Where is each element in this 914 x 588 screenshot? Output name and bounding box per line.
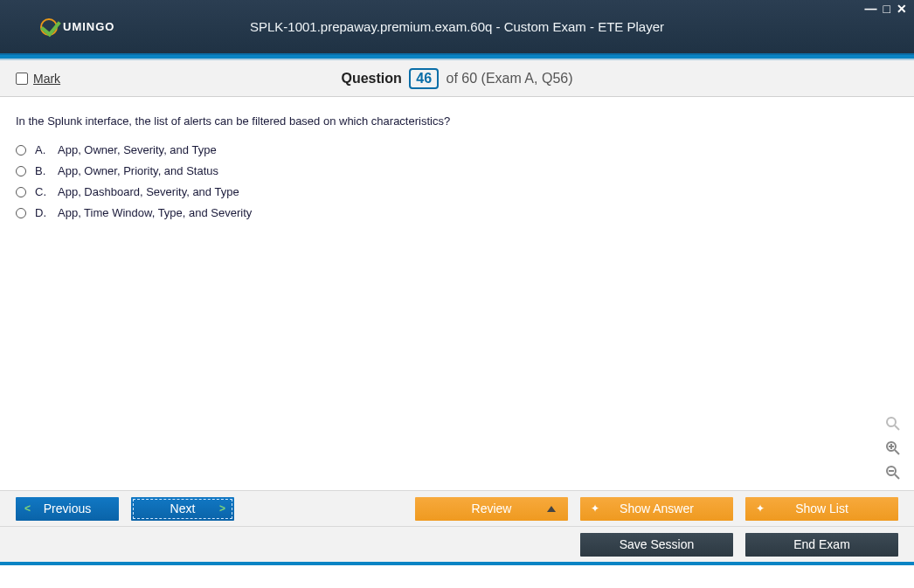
answer-letter: A.: [35, 143, 49, 156]
svg-line-3: [895, 450, 899, 454]
triangle-up-icon: [547, 506, 556, 512]
answer-letter: D.: [35, 206, 49, 219]
question-counter: Question 46 of 60 (Exam A, Q56): [0, 68, 914, 89]
answer-option[interactable]: C. App, Dashboard, Severity, and Type: [16, 185, 898, 198]
question-total: of 60 (Exam A, Q56): [447, 71, 573, 86]
show-list-label: Show List: [795, 502, 848, 515]
minimize-icon[interactable]: —: [865, 3, 877, 15]
answer-letter: C.: [35, 185, 49, 198]
zoom-in-icon[interactable]: [884, 439, 902, 457]
footer-accent: [0, 562, 914, 565]
show-list-button[interactable]: ✦ Show List: [745, 497, 898, 521]
svg-line-7: [895, 474, 899, 479]
end-exam-button[interactable]: End Exam: [745, 533, 898, 557]
save-session-label: Save Session: [620, 537, 695, 551]
radio-icon[interactable]: [16, 166, 26, 176]
previous-button[interactable]: < Previous: [16, 497, 119, 521]
close-icon[interactable]: ✕: [897, 3, 907, 15]
zoom-out-icon[interactable]: [884, 464, 902, 481]
radio-icon[interactable]: [16, 187, 26, 197]
puzzle-icon: ✦: [591, 502, 599, 515]
chevron-right-icon: >: [219, 502, 225, 515]
review-label: Review: [472, 502, 512, 515]
question-content: In the Splunk interface, the list of ale…: [0, 97, 914, 490]
svg-line-1: [895, 425, 899, 430]
question-text: In the Splunk interface, the list of ale…: [16, 114, 898, 128]
question-header: Mark Question 46 of 60 (Exam A, Q56): [0, 60, 914, 97]
previous-label: Previous: [44, 502, 91, 515]
titlebar: UMINGO SPLK-1001.prepaway.premium.exam.6…: [0, 0, 914, 55]
window-controls: — □ ✕: [865, 3, 907, 15]
nav-button-bar: < Previous Next > Review ✦ Show Answer ✦…: [0, 490, 914, 527]
answer-text: App, Time Window, Type, and Severity: [58, 206, 252, 219]
svg-point-0: [887, 418, 896, 426]
show-answer-button[interactable]: ✦ Show Answer: [580, 497, 733, 521]
save-session-button[interactable]: Save Session: [580, 533, 733, 557]
zoom-tools: [884, 415, 902, 481]
answer-text: App, Dashboard, Severity, and Type: [58, 185, 239, 198]
radio-icon[interactable]: [16, 145, 26, 156]
answer-text: App, Owner, Severity, and Type: [58, 143, 217, 156]
next-button[interactable]: Next >: [131, 497, 234, 521]
answer-list: A. App, Owner, Severity, and Type B. App…: [16, 143, 898, 219]
puzzle-icon: ✦: [756, 502, 765, 515]
answer-option[interactable]: D. App, Time Window, Type, and Severity: [16, 206, 898, 219]
search-icon[interactable]: [884, 415, 902, 432]
answer-option[interactable]: B. App, Owner, Priority, and Status: [16, 164, 898, 177]
answer-letter: B.: [35, 164, 49, 177]
radio-icon[interactable]: [16, 208, 26, 218]
answer-text: App, Owner, Priority, and Status: [58, 164, 218, 177]
next-label: Next: [170, 502, 196, 515]
show-answer-label: Show Answer: [620, 502, 694, 515]
review-button[interactable]: Review: [415, 497, 568, 521]
answer-option[interactable]: A. App, Owner, Severity, and Type: [16, 143, 898, 156]
window-title: SPLK-1001.prepaway.premium.exam.60q - Cu…: [0, 19, 914, 34]
question-number: 46: [409, 68, 439, 89]
bottom-button-bar: Save Session End Exam: [0, 527, 914, 562]
end-exam-label: End Exam: [793, 537, 850, 551]
question-word: Question: [341, 71, 401, 86]
maximize-icon[interactable]: □: [883, 3, 890, 15]
chevron-left-icon: <: [24, 502, 31, 515]
